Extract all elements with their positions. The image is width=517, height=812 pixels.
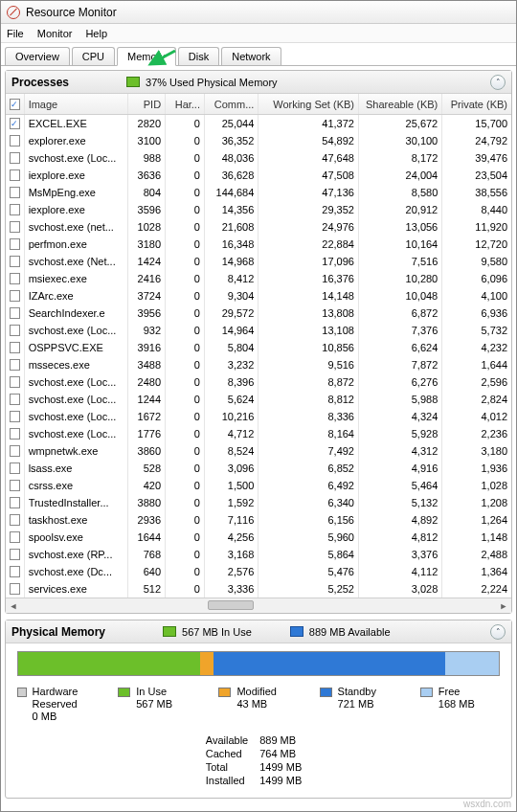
table-row[interactable]: svchost.exe (Loc...248008,3968,8726,2762…: [6, 373, 511, 391]
table-row[interactable]: svchost.exe (RP...76803,1685,8643,3762,4…: [6, 546, 511, 563]
checkbox-icon[interactable]: [10, 290, 20, 302]
checkbox-icon[interactable]: [10, 152, 20, 164]
table-row[interactable]: MsMpEng.exe8040144,68447,1368,58038,556: [6, 184, 511, 201]
col-checkbox[interactable]: ✓: [6, 94, 25, 114]
table-row[interactable]: lsass.exe52803,0966,8524,9161,936: [6, 460, 511, 477]
collapse-button[interactable]: ˄: [490, 624, 506, 640]
table-row[interactable]: svchost.exe (Dc...64002,5765,4764,1121,3…: [6, 563, 511, 580]
scroll-thumb[interactable]: [208, 600, 254, 610]
table-row[interactable]: svchost.exe (Loc...988048,03647,6488,172…: [6, 149, 511, 167]
row-checkbox[interactable]: [6, 149, 25, 167]
tab-disk[interactable]: Disk: [178, 47, 219, 65]
checkbox-icon[interactable]: [10, 187, 20, 198]
physical-memory-header[interactable]: Physical Memory 567 MB In Use 889 MB Ava…: [6, 620, 511, 643]
row-checkbox[interactable]: [6, 391, 25, 408]
row-checkbox[interactable]: [6, 408, 25, 425]
tab-cpu[interactable]: CPU: [72, 47, 115, 65]
table-row[interactable]: svchost.exe (Loc...932014,96413,1087,376…: [6, 322, 511, 339]
checkbox-icon[interactable]: [10, 583, 20, 595]
col-working-set[interactable]: Working Set (KB): [258, 94, 359, 114]
col-commit[interactable]: Comm...: [205, 94, 258, 114]
checkbox-icon[interactable]: [10, 204, 20, 215]
checkbox-icon[interactable]: [10, 462, 20, 474]
row-checkbox[interactable]: [6, 563, 25, 580]
row-checkbox[interactable]: [6, 442, 25, 460]
checkbox-icon[interactable]: [10, 497, 20, 508]
checkbox-icon[interactable]: [10, 342, 20, 353]
table-row[interactable]: explorer.exe3100036,35254,89230,10024,79…: [6, 132, 511, 149]
checkbox-icon[interactable]: [10, 273, 20, 284]
table-row[interactable]: services.exe51203,3365,2523,0282,224: [6, 580, 511, 598]
scroll-right-icon[interactable]: ►: [496, 598, 511, 614]
scroll-left-icon[interactable]: ◄: [6, 598, 21, 614]
row-checkbox[interactable]: [6, 132, 25, 149]
table-row[interactable]: svchost.exe (Loc...1672010,2168,3364,324…: [6, 408, 511, 425]
tab-memory[interactable]: Memory: [117, 47, 176, 66]
row-checkbox[interactable]: [6, 287, 25, 304]
checkbox-icon[interactable]: [10, 221, 20, 233]
checkbox-icon[interactable]: [10, 169, 20, 181]
row-checkbox[interactable]: [6, 253, 25, 270]
row-checkbox[interactable]: [6, 356, 25, 373]
checkbox-icon[interactable]: [10, 445, 20, 457]
row-checkbox[interactable]: [6, 304, 25, 322]
checkbox-icon[interactable]: [10, 411, 20, 422]
table-row[interactable]: msiexec.exe241608,41216,37610,2806,096: [6, 270, 511, 287]
checkbox-icon[interactable]: [10, 566, 20, 577]
table-row[interactable]: perfmon.exe3180016,34822,88410,16412,720: [6, 236, 511, 253]
menu-help[interactable]: Help: [85, 28, 107, 39]
table-row[interactable]: SearchIndexer.e3956029,57213,8086,8726,9…: [6, 304, 511, 322]
checkbox-icon[interactable]: [10, 428, 20, 440]
table-row[interactable]: wmpnetwk.exe386008,5247,4924,3123,180: [6, 442, 511, 460]
tab-network[interactable]: Network: [221, 47, 281, 65]
col-image[interactable]: Image: [25, 94, 129, 114]
table-row[interactable]: ✓EXCEL.EXE2820025,04441,37225,67215,700: [6, 115, 511, 132]
table-row[interactable]: taskhost.exe293607,1166,1564,8921,264: [6, 511, 511, 529]
row-checkbox[interactable]: ✓: [6, 115, 25, 132]
row-checkbox[interactable]: [6, 218, 25, 236]
checkbox-icon[interactable]: ✓: [10, 99, 20, 110]
menu-file[interactable]: File: [7, 28, 24, 39]
table-row[interactable]: iexplore.exe3596014,35629,35220,9128,440: [6, 201, 511, 218]
row-checkbox[interactable]: [6, 184, 25, 201]
checkbox-icon[interactable]: [10, 394, 20, 405]
checkbox-icon[interactable]: [10, 325, 20, 336]
table-row[interactable]: spoolsv.exe164404,2565,9604,8121,148: [6, 529, 511, 546]
row-checkbox[interactable]: [6, 425, 25, 442]
row-checkbox[interactable]: [6, 529, 25, 546]
table-row[interactable]: TrustedInstaller...388001,5926,3405,1321…: [6, 494, 511, 511]
processes-header[interactable]: Processes 37% Used Physical Memory ˄: [6, 71, 511, 94]
checkbox-icon[interactable]: [10, 359, 20, 371]
checkbox-icon[interactable]: [10, 531, 20, 543]
table-row[interactable]: iexplore.exe3636036,62847,50824,00423,50…: [6, 167, 511, 184]
table-row[interactable]: msseces.exe348803,2329,5167,8721,644: [6, 356, 511, 373]
checkbox-icon[interactable]: [10, 238, 20, 250]
table-row[interactable]: svchost.exe (net...1028021,60824,97613,0…: [6, 218, 511, 236]
row-checkbox[interactable]: [6, 236, 25, 253]
table-row[interactable]: IZArc.exe372409,30414,14810,0484,100: [6, 287, 511, 304]
table-row[interactable]: svchost.exe (Loc...124405,6248,8125,9882…: [6, 391, 511, 408]
row-checkbox[interactable]: [6, 580, 25, 598]
col-shareable[interactable]: Shareable (KB): [359, 94, 442, 114]
table-row[interactable]: svchost.exe (Net...1424014,96817,0967,51…: [6, 253, 511, 270]
row-checkbox[interactable]: [6, 511, 25, 529]
horizontal-scrollbar[interactable]: ◄ ►: [6, 598, 511, 613]
checkbox-icon[interactable]: [10, 514, 20, 526]
checkbox-icon[interactable]: ✓: [10, 118, 20, 129]
checkbox-icon[interactable]: [10, 256, 20, 267]
table-row[interactable]: csrss.exe42001,5006,4925,4641,028: [6, 477, 511, 494]
col-pid[interactable]: PID: [128, 94, 166, 114]
row-checkbox[interactable]: [6, 201, 25, 218]
checkbox-icon[interactable]: [10, 480, 20, 491]
collapse-button[interactable]: ˄: [490, 75, 506, 90]
row-checkbox[interactable]: [6, 460, 25, 477]
row-checkbox[interactable]: [6, 373, 25, 391]
tab-overview[interactable]: Overview: [5, 47, 70, 65]
row-checkbox[interactable]: [6, 494, 25, 511]
checkbox-icon[interactable]: [10, 549, 20, 560]
checkbox-icon[interactable]: [10, 376, 20, 388]
row-checkbox[interactable]: [6, 546, 25, 563]
row-checkbox[interactable]: [6, 477, 25, 494]
row-checkbox[interactable]: [6, 270, 25, 287]
col-hard-faults[interactable]: Har...: [166, 94, 205, 114]
